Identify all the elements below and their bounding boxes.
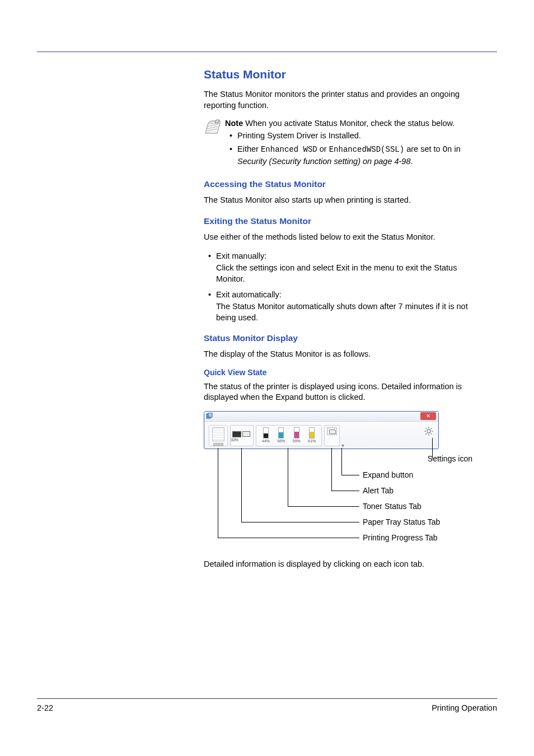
sec1-text: The Status Monitor also starts up when p…: [204, 195, 472, 206]
tray-percent: 30%: [231, 438, 238, 442]
note-lead: When you activate Status Monitor, check …: [243, 119, 455, 128]
sec2-text: Use either of the methods listed below t…: [204, 232, 472, 243]
nb2-in: in: [452, 144, 460, 153]
printer-icon: [327, 427, 337, 435]
label-toner: Toner Status Tab: [363, 502, 421, 511]
label-expand: Expand button: [363, 470, 413, 479]
intro-text: The Status Monitor monitors the printer …: [204, 89, 472, 111]
leader-line: [218, 538, 359, 538]
progress-bar-icon: [213, 443, 223, 446]
leader-line: [331, 448, 332, 491]
outro-text: Detailed information is displayed by cli…: [204, 559, 472, 570]
paper-tray-status-tab[interactable]: 30%: [230, 425, 254, 446]
leader-line: [331, 491, 359, 491]
note-icon: [204, 119, 222, 138]
status-monitor-window: ✕ 30% 44%: [204, 411, 439, 449]
section-heading-display: Status Monitor Display: [204, 333, 472, 343]
leader-line: [218, 448, 218, 538]
tray-icon: [232, 431, 241, 437]
toner-pct-4: 61%: [308, 439, 316, 443]
page-footer: 2-22 Printing Operation: [37, 698, 497, 712]
header-rule: [37, 52, 497, 52]
toner-pct-3: 59%: [293, 439, 301, 443]
exit-manual-body: Click the settings icon and select Exit …: [216, 263, 457, 283]
section-heading-exiting: Exiting the Status Monitor: [204, 216, 472, 226]
exit-item-manual: Exit manually: Click the settings icon a…: [216, 250, 472, 284]
toner-pct-1: 44%: [262, 439, 270, 443]
note-block: Note When you activate Status Monitor, c…: [204, 119, 472, 169]
svg-line-8: [431, 433, 432, 435]
nb2-end: .: [411, 157, 413, 166]
main-content: Status Monitor The Status Monitor monito…: [204, 68, 472, 570]
leader-line: [288, 448, 288, 506]
printing-progress-tab[interactable]: [209, 425, 228, 446]
nb2-mid: or: [317, 144, 329, 153]
exit-item-auto: Exit automatically: The Status Monitor a…: [216, 289, 472, 323]
footer-rule: [37, 698, 497, 699]
nb2-pre: Either: [237, 144, 261, 153]
label-paper: Paper Tray Status Tab: [363, 517, 440, 526]
note-content: Note When you activate Status Monitor, c…: [225, 119, 472, 169]
tray-icon-2: [242, 431, 250, 437]
svg-line-7: [425, 428, 427, 429]
close-button[interactable]: ✕: [420, 412, 436, 420]
subheading-quickview: Quick View State: [204, 368, 472, 377]
nb2-c2: EnhancedWSD(SSL): [329, 145, 404, 154]
label-progress: Printing Progress Tab: [363, 533, 438, 542]
label-alert: Alert Tab: [363, 486, 394, 495]
label-settings: Settings icon: [428, 454, 472, 463]
note-label: Note: [225, 119, 243, 128]
toner-pct-2: 56%: [277, 439, 285, 443]
svg-rect-1: [208, 413, 212, 417]
sec4-text: The status of the printer is displayed u…: [204, 381, 472, 403]
expand-button[interactable]: ▾: [339, 443, 346, 449]
exit-auto-title: Exit automatically:: [216, 290, 282, 299]
svg-line-9: [431, 428, 432, 429]
note-bullet-2: Either Enhanced WSD or EnhancedWSD(SSL) …: [237, 143, 472, 167]
app-icon: [206, 413, 213, 419]
toner-status-tab[interactable]: 44% 56% 59% 61%: [256, 425, 322, 446]
sec3-text: The display of the Status Monitor is as …: [204, 349, 472, 360]
page-title: Status Monitor: [204, 68, 472, 81]
leader-line: [288, 506, 359, 507]
leader-line: [241, 522, 359, 522]
nb2-mid2: are set to: [404, 144, 443, 153]
exit-auto-body: The Status Monitor automatically shuts d…: [216, 302, 468, 322]
exit-manual-title: Exit manually:: [216, 251, 266, 260]
svg-line-10: [425, 433, 427, 435]
exit-list: Exit manually: Click the settings icon a…: [204, 250, 472, 323]
note-bullet-1: Printing System Driver is Installed.: [237, 130, 472, 141]
svg-point-2: [427, 430, 430, 433]
status-monitor-diagram: ✕ 30% 44%: [204, 411, 472, 551]
leader-line: [341, 475, 359, 475]
document-icon: [212, 427, 224, 441]
nb2-c1: Enhanced WSD: [261, 145, 317, 154]
page-number: 2-22: [37, 703, 53, 712]
leader-line: [241, 448, 242, 522]
leader-line: [341, 448, 342, 475]
alert-tab[interactable]: [324, 425, 340, 446]
nb2-c3: On: [443, 145, 452, 154]
window-titlebar: ✕: [204, 412, 438, 422]
settings-icon[interactable]: [424, 426, 434, 436]
nb2-ref: Security (Security function setting) on …: [237, 157, 411, 166]
section-heading-accessing: Accessing the Status Monitor: [204, 179, 472, 189]
section-name: Printing Operation: [432, 703, 497, 712]
